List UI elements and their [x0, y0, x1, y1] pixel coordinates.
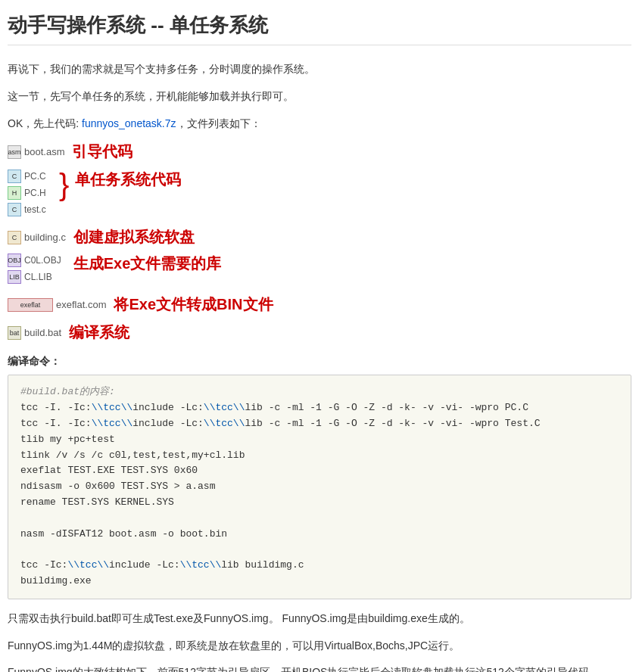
- file-icon-asm: asm: [8, 145, 21, 159]
- code-line-3: tlib my +pc+test: [20, 434, 115, 445]
- footer-line-1: 只需双击执行build.bat即可生成Test.exe及FunnyOS.img。…: [8, 610, 631, 628]
- download-link[interactable]: funnyos_onetask.7z: [82, 117, 176, 129]
- file-name-build-bat: build.bat: [24, 327, 61, 338]
- code-line-7: rename TEST.SYS KERNEL.SYS: [20, 496, 174, 508]
- file-name-pc-h: PC.H: [24, 188, 46, 198]
- file-icon-build-bat: bat: [8, 326, 21, 340]
- file-row-build-bat: bat build.bat 编译系统: [8, 322, 631, 343]
- footer-line-3: FunnyOS.img的大致结构如下，前面512字节为引导扇区，开机BIOS执行…: [8, 664, 631, 672]
- file-icon-cl-lib: LIB: [8, 270, 21, 284]
- code-line-2: tcc -I. -Ic:\\tcc\\include -Lc:\\tcc\\li…: [20, 418, 541, 429]
- label-build-bat: 编译系统: [69, 322, 129, 343]
- intro-paragraph-3: OK，先上代码: funnyos_onetask.7z，文件列表如下：: [8, 115, 631, 133]
- intro3-prefix: OK，先上代码:: [8, 117, 82, 129]
- code-line-4: tlink /v /s /c c0l,test,test,my+cl.lib: [20, 450, 245, 461]
- file-row-building-c: C building.c 创建虚拟系统软盘: [8, 227, 631, 247]
- file-icon-test-c: C: [8, 203, 21, 216]
- code-block: #build.bat的内容: tcc -I. -Ic:\\tcc\\includ…: [8, 375, 631, 599]
- file-icon-c0l-obj: OBJ: [8, 254, 21, 267]
- file-name-exeflat: exeflat.com: [56, 299, 106, 310]
- file-row-c0l-obj: OBJ C0L.OBJ: [8, 254, 61, 267]
- file-row-pc-h: H PC.H: [8, 186, 53, 200]
- code-line-10: buildimg.exe: [20, 575, 92, 586]
- file-icons-libs: OBJ C0L.OBJ LIB CL.LIB: [8, 254, 61, 287]
- code-line-5: exeflat TEST.EXE TEST.SYS 0x60: [20, 465, 198, 476]
- intro-paragraph-1: 再说下，我们的需求就是写个支持多任务，分时调度的操作系统。: [8, 61, 631, 79]
- file-icon-pc-c: C: [8, 170, 21, 183]
- code-line-8: nasm -dISFAT12 boot.asm -o boot.bin: [20, 528, 227, 540]
- intro3-suffix: ，文件列表如下：: [176, 117, 261, 129]
- file-name-cl-lib: CL.LIB: [24, 272, 52, 282]
- footer: 只需双击执行build.bat即可生成Test.exe及FunnyOS.img。…: [8, 610, 631, 672]
- file-icons-group: C PC.C H PC.H C test.c: [8, 170, 53, 219]
- file-icon-pc-h: H: [8, 186, 21, 200]
- intro-paragraph-2: 这一节，先写个单任务的系统，开机能能够加载并执行即可。: [8, 88, 631, 106]
- code-line-6: ndisasm -o 0x600 TEST.SYS > a.asm: [20, 481, 215, 492]
- file-icon-building-c: C: [8, 231, 21, 244]
- footer-line-2: FunnyOS.img为1.44M的虚拟软盘，即系统是放在软盘里的，可以用Vir…: [8, 637, 631, 655]
- file-name-pc-c: PC.C: [24, 171, 46, 182]
- file-row-cl-lib: LIB CL.LIB: [8, 270, 61, 284]
- label-exeflat: 将Exe文件转成BIN文件: [114, 294, 273, 315]
- label-boot-asm: 引导代码: [72, 142, 132, 162]
- file-section-libs: OBJ C0L.OBJ LIB CL.LIB 生成Exe文件需要的库: [8, 254, 631, 287]
- code-line-1: tcc -I. -Ic:\\tcc\\include -Lc:\\tcc\\li…: [20, 402, 528, 413]
- label-libs: 生成Exe文件需要的库: [73, 254, 222, 274]
- page-title: 动手写操作系统 -- 单任务系统: [8, 12, 631, 45]
- compile-title: 编译命令：: [8, 355, 631, 369]
- group-brace: }: [59, 170, 69, 200]
- file-name-c0l-obj: C0L.OBJ: [24, 255, 61, 266]
- file-row-pc-c: C PC.C: [8, 170, 53, 183]
- file-icon-exeflat: exeflat: [8, 298, 53, 312]
- file-section-group: C PC.C H PC.H C test.c } 单任务系统代码: [8, 170, 631, 219]
- code-comment: #build.bat的内容:: [20, 386, 115, 397]
- label-group: 单任务系统代码: [75, 170, 181, 190]
- label-building-c: 创建虚拟系统软盘: [73, 227, 195, 247]
- file-name-boot-asm: boot.asm: [24, 146, 64, 157]
- code-line-9: tcc -Ic:\\tcc\\include -Lc:\\tcc\\lib bu…: [20, 559, 304, 571]
- file-row-test-c: C test.c: [8, 203, 53, 216]
- file-name-building-c: building.c: [24, 232, 66, 243]
- file-name-test-c: test.c: [24, 204, 46, 215]
- file-row-exeflat: exeflat exeflat.com 将Exe文件转成BIN文件: [8, 294, 631, 315]
- file-row-boot-asm: asm boot.asm 引导代码: [8, 142, 631, 162]
